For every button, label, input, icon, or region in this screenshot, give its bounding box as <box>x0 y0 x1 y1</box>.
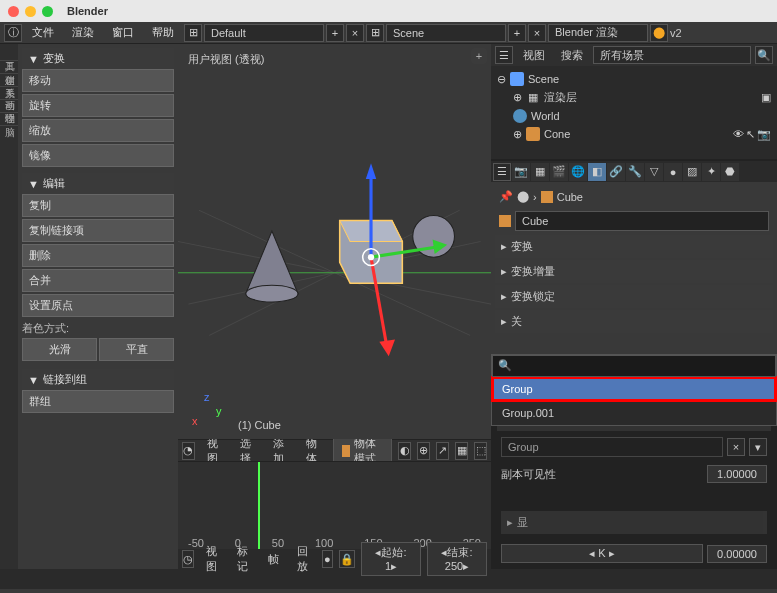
rotate-button[interactable]: 旋转 <box>22 94 174 117</box>
section-lock[interactable]: ▸ 变换锁定 <box>495 285 773 308</box>
menubar: ⓘ 文件 渲染 窗口 帮助 ⊞ Default + × ⊞ Scene + × … <box>0 22 777 44</box>
tree-world[interactable]: World <box>495 107 773 125</box>
outliner-filter-dropdown[interactable]: 所有场景 <box>593 46 751 64</box>
scene-remove-icon[interactable]: × <box>528 24 546 42</box>
tab-texture[interactable]: ▨ <box>683 163 701 181</box>
pivot-icon[interactable]: ⊕ <box>417 442 430 460</box>
set-origin-button[interactable]: 设置原点 <box>22 294 174 317</box>
lock-icon[interactable]: 🔒 <box>339 550 355 568</box>
tab-world-props[interactable]: 🌐 <box>569 163 587 181</box>
tl-view-menu[interactable]: 视图 <box>200 542 225 576</box>
outliner-editor-icon[interactable]: ☰ <box>495 46 513 64</box>
flat-button[interactable]: 平直 <box>99 338 174 361</box>
blender-icon[interactable]: ⬤ <box>650 24 668 42</box>
edit-header[interactable]: ▼ 编辑 <box>22 173 174 194</box>
menu-render[interactable]: 渲染 <box>64 23 102 42</box>
editor-type-icon[interactable]: ◔ <box>182 442 195 460</box>
tab-material[interactable]: ● <box>664 163 682 181</box>
move-button[interactable]: 移动 <box>22 69 174 92</box>
link-group-header[interactable]: ▼ 链接到组 <box>22 369 174 390</box>
snap-icon[interactable]: ⬚ <box>474 442 487 460</box>
join-button[interactable]: 合并 <box>22 269 174 292</box>
section-delta[interactable]: ▸ 变换增量 <box>495 260 773 283</box>
tree-render-layers[interactable]: ⊕▦渲染层▣ <box>495 88 773 107</box>
prop-editor-icon[interactable]: ☰ <box>493 163 511 181</box>
delete-button[interactable]: 删除 <box>22 244 174 267</box>
layout-remove-icon[interactable]: × <box>346 24 364 42</box>
scale-button[interactable]: 缩放 <box>22 119 174 142</box>
menu-file[interactable]: 文件 <box>24 23 62 42</box>
shading-icon[interactable]: ◐ <box>398 442 411 460</box>
layout-add-icon[interactable]: + <box>326 24 344 42</box>
cursor-icon[interactable]: ↖ <box>746 128 755 141</box>
tab-create[interactable]: 创建 <box>0 61 18 74</box>
tab-physics-props[interactable]: ⬣ <box>721 163 739 181</box>
tab-render-layers[interactable]: ▦ <box>531 163 549 181</box>
smooth-button[interactable]: 光滑 <box>22 338 97 361</box>
search-result-group-001[interactable]: Group.001 <box>492 401 776 425</box>
camera-icon[interactable]: 📷 <box>757 128 771 141</box>
tab-constraints[interactable]: 🔗 <box>607 163 625 181</box>
custom-val-field[interactable]: 0.00000 <box>707 545 767 563</box>
out-search-menu[interactable]: 搜索 <box>555 46 589 65</box>
tab-tools[interactable]: 工具 <box>0 48 18 61</box>
group-remove-icon[interactable]: × <box>727 438 745 456</box>
info-icon[interactable]: ⓘ <box>4 24 22 42</box>
layers-icon[interactable]: ▦ <box>455 442 468 460</box>
group-button[interactable]: 群组 <box>22 390 174 413</box>
start-frame-field[interactable]: ◂起始: 1▸ <box>361 542 421 576</box>
tab-particles[interactable]: ✦ <box>702 163 720 181</box>
end-frame-field[interactable]: ◂结束: 250▸ <box>427 542 487 576</box>
transform-header[interactable]: ▼ 变换 <box>22 48 174 69</box>
scene-browse-icon[interactable]: ⊞ <box>366 24 384 42</box>
scene-dropdown[interactable]: Scene <box>386 24 506 42</box>
tab-physics[interactable]: 物理 <box>0 100 18 113</box>
maximize-window-button[interactable] <box>42 6 53 17</box>
tab-data[interactable]: ▽ <box>645 163 663 181</box>
tab-modifiers[interactable]: 🔧 <box>626 163 644 181</box>
viewport-3d[interactable]: 用户视图 (透视) + (1) Cube z y x <box>178 44 491 439</box>
timeline[interactable]: -50 0 50 100 150 200 250 ◷ 视图 标记 帧 回放 ● … <box>178 461 491 569</box>
search-result-group[interactable]: Group <box>492 377 776 401</box>
layout-browse-icon[interactable]: ⊞ <box>184 24 202 42</box>
object-name-field[interactable] <box>515 211 769 231</box>
tab-object-props[interactable]: ◧ <box>588 163 606 181</box>
section-display[interactable]: ▸ 显 <box>501 511 767 534</box>
tab-scene-props[interactable]: 🎬 <box>550 163 568 181</box>
menu-help[interactable]: 帮助 <box>144 23 182 42</box>
tab-animation[interactable]: 动画 <box>0 87 18 100</box>
viewport-expand-icon[interactable]: + <box>471 48 487 64</box>
close-window-button[interactable] <box>8 6 19 17</box>
autokey-icon[interactable]: ● <box>322 550 333 568</box>
scene-add-icon[interactable]: + <box>508 24 526 42</box>
section-relations[interactable]: ▸ 关 <box>495 310 773 333</box>
render-engine-dropdown[interactable]: Blender 渲染 <box>548 24 648 42</box>
tl-frame-menu[interactable]: 帧 <box>262 550 285 569</box>
tree-cone[interactable]: ⊕Cone👁↖📷 <box>495 125 773 143</box>
minimize-window-button[interactable] <box>25 6 36 17</box>
eye-icon[interactable]: 👁 <box>733 128 744 141</box>
mirror-button[interactable]: 镜像 <box>22 144 174 167</box>
tab-other[interactable]: 脑 <box>0 113 18 126</box>
copy-linked-button[interactable]: 复制链接项 <box>22 219 174 242</box>
layout-dropdown[interactable]: Default <box>204 24 324 42</box>
tl-marker-menu[interactable]: 标记 <box>231 542 256 576</box>
section-transform[interactable]: ▸ 变换 <box>495 235 773 258</box>
search-icon[interactable]: 🔍 <box>755 46 773 64</box>
custom-k-field[interactable]: ◂ K ▸ <box>501 544 703 563</box>
group-menu-icon[interactable]: ▾ <box>749 438 767 456</box>
group-search-input[interactable] <box>492 355 776 377</box>
tree-scene[interactable]: ⊖Scene <box>495 70 773 88</box>
tl-playback-menu[interactable]: 回放 <box>291 542 316 576</box>
timeline-editor-icon[interactable]: ◷ <box>182 550 194 568</box>
out-view-menu[interactable]: 视图 <box>517 46 551 65</box>
group-name-field[interactable] <box>501 437 723 457</box>
tab-render-props[interactable]: 📷 <box>512 163 530 181</box>
menu-window[interactable]: 窗口 <box>104 23 142 42</box>
tab-relations[interactable]: 关系 <box>0 74 18 87</box>
copy-button[interactable]: 复制 <box>22 194 174 217</box>
manipulator-icon[interactable]: ↗ <box>436 442 449 460</box>
render-layer-icon[interactable]: ▣ <box>761 91 771 104</box>
pin-icon[interactable]: 📌 <box>499 190 513 203</box>
dupli-value[interactable]: 1.00000 <box>707 465 767 483</box>
